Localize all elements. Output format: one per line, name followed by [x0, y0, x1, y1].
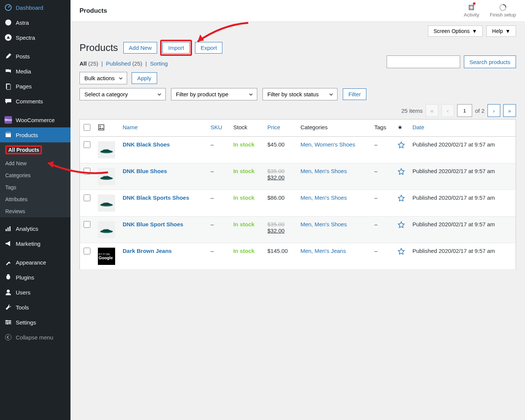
product-price: $86.00	[264, 190, 297, 217]
product-price: $45.00	[264, 137, 297, 163]
filter-button[interactable]: Filter	[343, 88, 366, 100]
image-column-icon	[98, 126, 105, 132]
filter-all[interactable]: All (25)	[80, 60, 98, 67]
product-thumbnail[interactable]	[94, 190, 119, 217]
sidebar-item-settings[interactable]: Settings	[0, 315, 70, 330]
search-input[interactable]	[387, 55, 460, 68]
sidebar-item-woocommerce[interactable]: Woo WooCommerce	[0, 112, 70, 127]
activity-button[interactable]: Activity	[464, 4, 479, 18]
product-thumbnail[interactable]: ET IT ONGoogle	[94, 243, 119, 270]
sidebar-sub-categories[interactable]: Categories	[0, 169, 70, 181]
sidebar-item-media[interactable]: Media	[0, 64, 70, 79]
next-page-button[interactable]: ›	[488, 104, 500, 117]
sidebar-item-dashboard[interactable]: Dashboard	[0, 0, 70, 15]
col-sku[interactable]: SKU	[207, 120, 230, 137]
sidebar-item-comments[interactable]: Comments	[0, 94, 70, 109]
stock-status-filter[interactable]: Filter by stock status	[262, 88, 338, 100]
first-page-button[interactable]: «	[426, 104, 438, 117]
search-button[interactable]: Search products	[464, 55, 516, 68]
screen-options-button[interactable]: Screen Options ▼	[428, 25, 483, 37]
product-price: $35.00$32.00	[264, 163, 297, 190]
import-button[interactable]: Import	[162, 42, 190, 54]
add-new-button[interactable]: Add New	[123, 42, 158, 54]
sidebar-item-posts[interactable]: Posts	[0, 49, 70, 64]
admin-sidebar: Dashboard Astra Spectra Posts Media Page…	[0, 0, 70, 419]
page-title: Products	[80, 42, 118, 54]
col-price[interactable]: Price	[264, 120, 297, 137]
product-name-link[interactable]: DNK Black Sports Shoes	[123, 194, 189, 201]
progress-icon	[499, 4, 507, 11]
row-checkbox[interactable]	[84, 141, 90, 148]
select-all-checkbox[interactable]	[84, 124, 90, 131]
sidebar-item-products[interactable]: Products	[0, 127, 70, 142]
category-link[interactable]: Men, Men's Shoes	[300, 168, 347, 174]
sidebar-item-spectra[interactable]: Spectra	[0, 30, 70, 45]
sidebar-item-pages[interactable]: Pages	[0, 79, 70, 94]
product-name-link[interactable]: Dark Brown Jeans	[123, 248, 172, 254]
sidebar-item-analytics[interactable]: Analytics	[0, 221, 70, 236]
export-button[interactable]: Export	[195, 42, 222, 54]
apply-button[interactable]: Apply	[132, 72, 157, 84]
row-checkbox[interactable]	[84, 221, 90, 228]
sidebar-item-appearance[interactable]: Appearance	[0, 255, 70, 270]
product-name-link[interactable]: DNK Blue Shoes	[123, 168, 167, 174]
sidebar-item-marketing[interactable]: Marketing	[0, 236, 70, 251]
category-filter[interactable]: Select a category	[80, 88, 166, 100]
product-sku: –	[207, 163, 230, 190]
product-name-link[interactable]: DNK Black Shoes	[123, 141, 170, 148]
stock-status: In stock	[233, 168, 255, 174]
filter-sorting[interactable]: Sorting	[150, 60, 168, 67]
svg-rect-6	[6, 133, 11, 137]
product-thumbnail[interactable]	[94, 137, 119, 163]
filter-published[interactable]: Published (25)	[106, 60, 142, 67]
product-sku: –	[207, 190, 230, 217]
product-name-link[interactable]: DNK Blue Sport Shoes	[123, 221, 183, 227]
sidebar-item-astra[interactable]: Astra	[0, 15, 70, 30]
product-thumbnail[interactable]	[94, 163, 119, 190]
row-checkbox[interactable]	[84, 194, 90, 201]
product-date: Published 2020/02/17 at 9:57 am	[409, 163, 516, 190]
row-checkbox[interactable]	[84, 168, 90, 175]
sidebar-sub-add-new[interactable]: Add New	[0, 157, 70, 169]
row-checkbox[interactable]	[84, 248, 90, 254]
product-tags: –	[370, 217, 393, 243]
bulk-actions-select[interactable]: Bulk actions	[80, 72, 127, 84]
featured-star-icon[interactable]	[398, 141, 405, 149]
featured-star-icon[interactable]	[398, 221, 405, 229]
product-date: Published 2020/02/17 at 9:57 am	[409, 217, 516, 243]
product-thumbnail[interactable]	[94, 217, 119, 243]
sidebar-sub-reviews[interactable]: Reviews	[0, 205, 70, 217]
product-type-filter[interactable]: Filter by product type	[171, 88, 257, 100]
featured-column-icon: ★	[398, 124, 402, 130]
sidebar-submenu: All Products Add New Categories Tags Att…	[0, 142, 70, 217]
page-input[interactable]	[457, 104, 472, 117]
last-page-button[interactable]: »	[503, 104, 516, 117]
sidebar-sub-tags[interactable]: Tags	[0, 181, 70, 193]
category-link[interactable]: Men, Men's Shoes	[300, 221, 347, 227]
media-icon	[4, 67, 12, 75]
category-link[interactable]: Men, Men's Shoes	[300, 194, 347, 201]
svg-point-10	[7, 290, 10, 293]
sidebar-sub-all-products[interactable]: All Products	[0, 142, 70, 157]
col-name[interactable]: Name	[119, 120, 207, 137]
sidebar-label: Plugins	[16, 274, 34, 281]
category-link[interactable]: Men, Women's Shoes	[300, 141, 355, 148]
finish-setup-button[interactable]: Finish setup	[490, 4, 516, 18]
featured-star-icon[interactable]	[398, 194, 405, 202]
sidebar-item-tools[interactable]: Tools	[0, 300, 70, 315]
featured-star-icon[interactable]	[398, 248, 405, 255]
breadcrumb: Products	[80, 7, 107, 15]
category-link[interactable]: Men, Men's Jeans	[300, 248, 346, 254]
products-icon	[4, 131, 12, 139]
astra-icon	[4, 19, 12, 26]
featured-star-icon[interactable]	[398, 168, 405, 175]
help-button[interactable]: Help ▼	[486, 25, 516, 37]
sidebar-item-plugins[interactable]: Plugins	[0, 270, 70, 285]
sidebar-item-collapse[interactable]: Collapse menu	[0, 330, 70, 345]
sidebar-label: Posts	[16, 53, 30, 60]
col-date[interactable]: Date	[409, 120, 516, 137]
stock-status: In stock	[233, 248, 255, 254]
prev-page-button[interactable]: ‹	[441, 104, 454, 117]
sidebar-sub-attributes[interactable]: Attributes	[0, 193, 70, 205]
sidebar-item-users[interactable]: Users	[0, 285, 70, 300]
